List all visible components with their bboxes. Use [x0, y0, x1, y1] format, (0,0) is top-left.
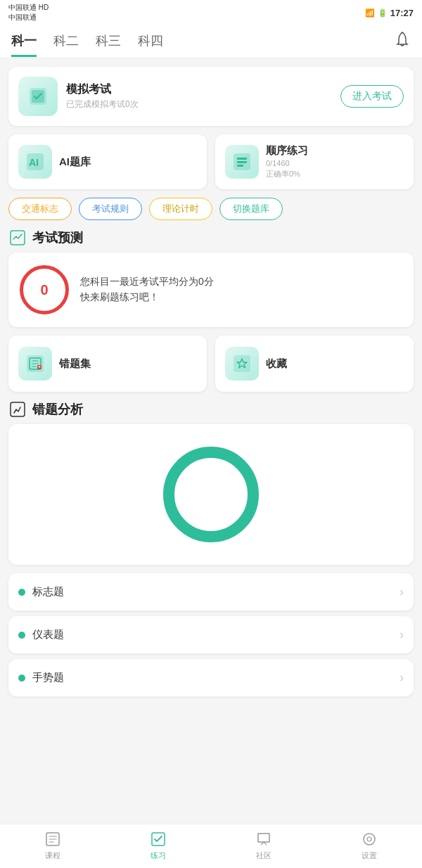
error-collection-card[interactable]: 错题集: [8, 336, 207, 392]
score-circle: 0: [20, 265, 69, 314]
svg-rect-12: [234, 355, 250, 372]
list-label-traffic: 标志题: [32, 585, 64, 599]
nav-label-courses: 课程: [45, 850, 60, 861]
nav-item-settings[interactable]: 设置: [348, 830, 390, 861]
bottom-nav: 课程 练习 社区 设置: [0, 824, 422, 868]
tag-theory-timer[interactable]: 理论计时: [149, 198, 212, 220]
error-analysis-icon: [8, 400, 27, 419]
nav-item-courses[interactable]: 课程: [32, 830, 74, 861]
collect-card[interactable]: 收藏: [215, 336, 414, 392]
chevron-instrument: ›: [399, 627, 404, 642]
enter-exam-button[interactable]: 进入考试: [340, 85, 404, 108]
tab-ke2[interactable]: 科二: [53, 32, 79, 57]
status-bar: 中国联通 HD 中国联通 📶 🔋 17:27: [0, 0, 422, 25]
prediction-card: 0 您科目一最近考试平均分为0分 快来刷题练习吧！: [8, 253, 414, 327]
svg-point-18: [367, 837, 371, 841]
tab-ke3[interactable]: 科三: [96, 32, 121, 57]
sequential-icon: [225, 145, 259, 179]
main-content: 模拟考试 已完成模拟考试0次 进入考试 AI AI题库: [0, 67, 422, 751]
nav-item-community[interactable]: 社区: [243, 830, 285, 861]
sequential-info: 顺序练习 0/1460 正确率0%: [266, 144, 308, 179]
dot-gesture: [18, 675, 25, 682]
community-icon: [255, 830, 273, 848]
list-label-instrument: 仪表题: [32, 628, 64, 642]
prediction-line1: 您科目一最近考试平均分为0分: [80, 276, 214, 288]
donut-chart-card: [8, 424, 414, 565]
mock-exam-title: 模拟考试: [66, 82, 332, 97]
svg-rect-6: [237, 161, 247, 163]
error-analysis-section-title: 错题分析: [8, 400, 414, 419]
action-cards-row: 错题集 收藏: [8, 336, 414, 392]
score-value: 0: [40, 282, 48, 298]
settings-icon: [360, 830, 378, 848]
header: 科一 科二 科三 科四: [0, 25, 422, 58]
mock-exam-subtitle: 已完成模拟考试0次: [66, 98, 332, 110]
ai-bank-title: AI题库: [59, 155, 91, 169]
dot-traffic: [18, 589, 25, 596]
list-item-instrument[interactable]: 仪表题 ›: [8, 616, 414, 653]
prediction-section-title: 考试预测: [8, 229, 414, 247]
wifi-icon: 🔋: [378, 8, 388, 18]
prediction-icon: [8, 229, 27, 247]
ai-bank-card[interactable]: AI AI题库: [8, 134, 207, 189]
list-label-gesture: 手势题: [32, 671, 64, 684]
tab-ke1[interactable]: 科一: [11, 32, 37, 57]
list-item-traffic[interactable]: 标志题 ›: [8, 573, 414, 611]
sequential-title: 顺序练习: [266, 144, 308, 158]
nav-label-settings: 设置: [362, 850, 377, 861]
tag-exam-rules[interactable]: 考试规则: [79, 198, 142, 220]
ai-bank-info: AI题库: [59, 155, 91, 169]
nav-label-community: 社区: [256, 850, 271, 861]
svg-text:AI: AI: [29, 157, 39, 168]
collect-icon: [225, 347, 259, 381]
mock-exam-icon: [18, 77, 58, 116]
mock-exam-info: 模拟考试 已完成模拟考试0次: [66, 82, 332, 110]
svg-point-14: [169, 452, 253, 537]
prediction-title-text: 考试预测: [32, 229, 83, 246]
error-collection-icon: [18, 347, 52, 381]
chevron-gesture: ›: [399, 670, 404, 685]
practice-icon: [149, 830, 167, 848]
carrier-info: 中国联通 HD 中国联通: [8, 3, 49, 23]
dot-instrument: [18, 632, 25, 639]
two-col-cards: AI AI题库 顺序练习 0/1460 正确率0%: [8, 134, 414, 189]
svg-point-17: [364, 834, 375, 845]
list-item-gesture[interactable]: 手势题 ›: [8, 659, 414, 696]
mock-exam-card[interactable]: 模拟考试 已完成模拟考试0次 进入考试: [8, 67, 414, 126]
signal-icon: 📶: [365, 8, 375, 18]
sequential-progress: 0/1460: [266, 159, 308, 167]
chevron-traffic: ›: [399, 585, 404, 599]
donut-chart: [155, 438, 267, 551]
svg-rect-7: [237, 165, 243, 167]
nav-tabs: 科一 科二 科三 科四: [11, 32, 163, 57]
tag-traffic-signs[interactable]: 交通标志: [8, 198, 72, 220]
tags-row: 交通标志 考试规则 理论计时 切换题库: [8, 198, 414, 220]
error-analysis-title-text: 错题分析: [32, 401, 83, 418]
prediction-line2: 快来刷题练习吧！: [80, 291, 214, 304]
tab-ke4[interactable]: 科四: [138, 32, 163, 57]
nav-item-practice[interactable]: 练习: [137, 830, 179, 861]
sequential-accuracy: 正确率0%: [266, 169, 308, 179]
ai-bank-icon: AI: [18, 145, 52, 179]
nav-label-practice: 练习: [151, 850, 166, 861]
bell-icon[interactable]: [394, 31, 411, 58]
svg-rect-13: [11, 402, 25, 416]
svg-rect-5: [237, 158, 247, 160]
sequential-card[interactable]: 顺序练习 0/1460 正确率0%: [215, 134, 414, 189]
prediction-text: 您科目一最近考试平均分为0分 快来刷题练习吧！: [80, 276, 214, 304]
status-right: 📶 🔋 17:27: [365, 8, 414, 18]
tag-switch-bank[interactable]: 切换题库: [219, 198, 283, 220]
time-display: 17:27: [390, 8, 414, 18]
collect-label: 收藏: [266, 357, 287, 371]
courses-icon: [44, 830, 62, 848]
error-collection-label: 错题集: [59, 357, 91, 371]
